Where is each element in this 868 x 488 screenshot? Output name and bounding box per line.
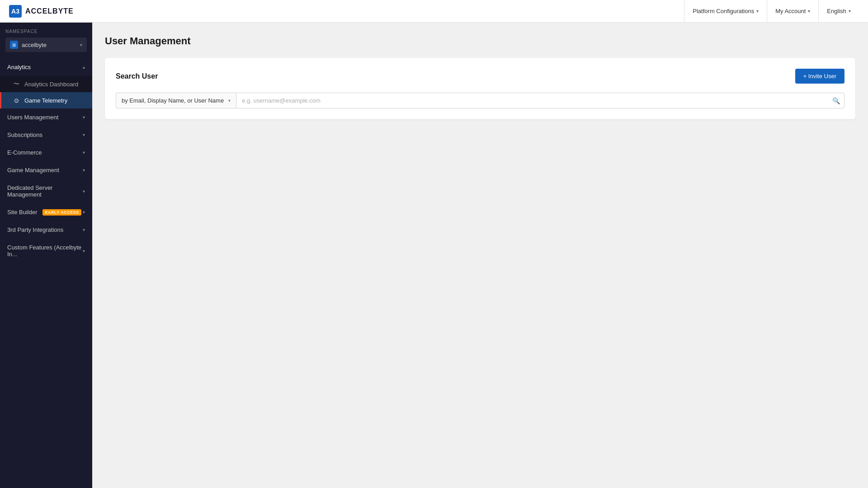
ecommerce-chevron-icon: ▾ <box>83 150 85 155</box>
namespace-select[interactable]: ⊞ accelbyte ▾ <box>5 38 87 52</box>
search-input[interactable] <box>236 93 844 108</box>
search-icon[interactable]: 🔍 <box>832 97 840 104</box>
3rd-party-chevron-icon: ▾ <box>83 227 85 232</box>
dedicated-server-chevron-icon: ▾ <box>83 189 85 194</box>
search-row: by Email, Display Name, or User Name ▾ 🔍 <box>116 93 844 108</box>
search-type-label: by Email, Display Name, or User Name <box>122 97 224 104</box>
my-account-menu[interactable]: My Account ▾ <box>767 0 818 23</box>
analytics-subnav: 〜 Analytics Dashboard ⊙ Game Telemetry <box>0 76 92 108</box>
main-content: User Management Search User + Invite Use… <box>92 23 868 488</box>
layout: NAMESPACE ⊞ accelbyte ▾ Analytics ▴ 〜 An… <box>0 23 868 488</box>
topnav-right: Platform Configurations ▾ My Account ▾ E… <box>684 0 859 23</box>
logo-icon: A3 <box>9 5 22 18</box>
game-mgmt-chevron-icon: ▾ <box>83 168 85 173</box>
search-type-select[interactable]: by Email, Display Name, or User Name ▾ <box>116 93 236 108</box>
search-input-wrapper: 🔍 <box>236 93 844 108</box>
namespace-icon: ⊞ <box>10 41 18 49</box>
game-telemetry-icon: ⊙ <box>13 97 20 104</box>
namespace-label: NAMESPACE <box>5 29 87 34</box>
invite-user-button[interactable]: + Invite User <box>795 69 844 84</box>
topnav: A3 ACCELBYTE Platform Configurations ▾ M… <box>0 0 868 23</box>
chevron-down-icon: ▾ <box>849 9 851 14</box>
sidebar-item-analytics[interactable]: Analytics ▴ <box>0 58 92 76</box>
custom-features-chevron-icon: ▾ <box>83 249 85 253</box>
sidebar-item-game-management[interactable]: Game Management ▾ <box>0 161 92 179</box>
page-title: User Management <box>105 35 855 47</box>
sidebar-item-subscriptions[interactable]: Subscriptions ▾ <box>0 126 92 144</box>
namespace-value: accelbyte <box>22 42 76 48</box>
early-access-badge: EARLY ACCESS <box>42 209 81 216</box>
sidebar-item-3rd-party-integrations[interactable]: 3rd Party Integrations ▾ <box>0 221 92 239</box>
analytics-label: Analytics <box>7 64 31 70</box>
namespace-chevron-icon: ▾ <box>80 42 82 47</box>
logo: A3 ACCELBYTE <box>9 5 74 18</box>
search-type-chevron-icon: ▾ <box>228 98 231 103</box>
logo-text: ACCELBYTE <box>25 7 74 15</box>
search-card-title: Search User <box>116 72 158 80</box>
search-user-card: Search User + Invite User by Email, Disp… <box>105 58 855 119</box>
sidebar-item-site-builder[interactable]: Site Builder EARLY ACCESS ▾ <box>0 203 92 221</box>
sidebar-item-e-commerce[interactable]: E-Commerce ▾ <box>0 144 92 161</box>
chevron-down-icon: ▾ <box>756 9 759 14</box>
language-menu[interactable]: English ▾ <box>818 0 859 23</box>
sidebar-item-analytics-dashboard[interactable]: 〜 Analytics Dashboard <box>0 76 92 92</box>
sidebar-item-dedicated-server-management[interactable]: Dedicated Server Management ▾ <box>0 179 92 203</box>
sidebar-item-users-management[interactable]: Users Management ▾ <box>0 108 92 126</box>
search-card-header: Search User + Invite User <box>116 69 844 84</box>
platform-configurations-menu[interactable]: Platform Configurations ▾ <box>684 0 767 23</box>
chevron-down-icon: ▾ <box>808 9 810 14</box>
users-mgmt-chevron-icon: ▾ <box>83 115 85 120</box>
analytics-section: Analytics ▴ 〜 Analytics Dashboard ⊙ Game… <box>0 58 92 108</box>
namespace-section: NAMESPACE ⊞ accelbyte ▾ <box>0 23 92 56</box>
sidebar-item-game-telemetry[interactable]: ⊙ Game Telemetry <box>0 92 92 108</box>
site-builder-chevron-icon: ▾ <box>83 210 85 215</box>
analytics-chevron-icon: ▴ <box>83 65 85 70</box>
sidebar: NAMESPACE ⊞ accelbyte ▾ Analytics ▴ 〜 An… <box>0 23 92 488</box>
analytics-dashboard-icon: 〜 <box>13 80 20 88</box>
subscriptions-chevron-icon: ▾ <box>83 132 85 137</box>
sidebar-item-custom-features[interactable]: Custom Features (Accelbyte In... ▾ <box>0 239 92 263</box>
